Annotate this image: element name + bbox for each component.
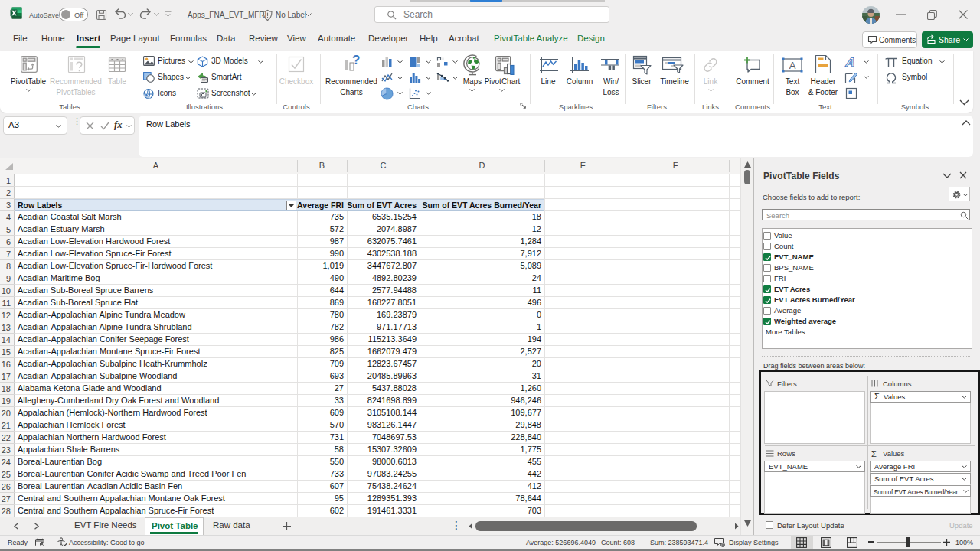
svg-text:A: A: [789, 60, 796, 71]
svg-text:A: A: [844, 55, 856, 68]
svg-text:?: ?: [352, 55, 360, 67]
